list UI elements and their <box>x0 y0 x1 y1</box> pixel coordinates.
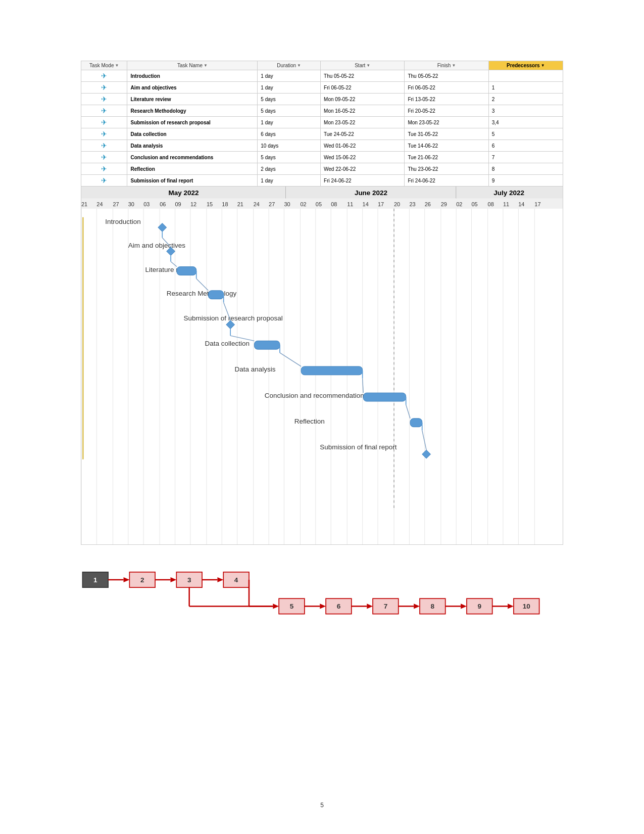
th-task-mode: Task Mode ▼ <box>81 61 127 70</box>
svg-marker-122 <box>217 577 223 582</box>
svg-text:30: 30 <box>284 201 290 207</box>
finish-cell: Thu 23-06-22 <box>405 163 488 175</box>
svg-text:3: 3 <box>187 577 191 584</box>
svg-rect-91 <box>301 366 362 375</box>
svg-text:Conclusion and recommendations: Conclusion and recommendations <box>265 392 368 399</box>
svg-text:11: 11 <box>347 201 353 207</box>
svg-text:23: 23 <box>409 201 415 207</box>
svg-text:July 2022: July 2022 <box>493 189 524 197</box>
th-start: Start ▼ <box>321 61 405 70</box>
svg-text:26: 26 <box>425 201 431 207</box>
finish-cell: Mon 23-05-22 <box>405 117 488 128</box>
svg-marker-114 <box>124 577 130 582</box>
svg-text:08: 08 <box>331 201 337 207</box>
svg-text:29: 29 <box>441 201 447 207</box>
task-mode-cell: ✈ <box>81 70 127 82</box>
svg-text:1: 1 <box>93 577 97 584</box>
task-mode-cell: ✈ <box>81 163 127 175</box>
start-cell: Fri 24-06-22 <box>321 175 405 187</box>
duration-cell: 5 days <box>258 105 321 117</box>
predecessors-filter-arrow[interactable]: ▼ <box>541 63 545 68</box>
svg-marker-149 <box>508 604 514 609</box>
start-cell: Wed 22-06-22 <box>321 163 405 175</box>
task-mode-filter-arrow[interactable]: ▼ <box>115 63 119 68</box>
svg-text:14: 14 <box>518 201 524 207</box>
duration-cell: 5 days <box>258 94 321 105</box>
svg-text:17: 17 <box>378 201 384 207</box>
task-mode-icon: ✈ <box>101 83 107 91</box>
svg-text:Submission of final report: Submission of final report <box>320 443 397 451</box>
task-name-cell: Submission of final report <box>127 175 258 187</box>
svg-text:21: 21 <box>237 201 243 207</box>
svg-text:05: 05 <box>316 201 322 207</box>
table-row: ✈Submission of final report1 dayFri 24-0… <box>81 175 563 187</box>
svg-text:Aim and objectives: Aim and objectives <box>128 242 185 249</box>
svg-rect-94 <box>363 393 406 401</box>
predecessors-cell: 3 <box>488 105 563 117</box>
svg-text:May 2022: May 2022 <box>168 189 199 197</box>
svg-text:14: 14 <box>363 201 369 207</box>
table-row: ✈Reflection2 daysWed 22-06-22Thu 23-06-2… <box>81 163 563 175</box>
task-name-cell: Reflection <box>127 163 258 175</box>
svg-text:15: 15 <box>207 201 213 207</box>
th-predecessors: Predecessors ▼ <box>488 61 563 70</box>
svg-text:2: 2 <box>140 577 144 584</box>
task-name-cell: Submission of research proposal <box>127 117 258 128</box>
duration-cell: 1 day <box>258 175 321 187</box>
table-row: ✈Submission of research proposal1 dayMon… <box>81 117 563 128</box>
table-row: ✈Data analysis10 daysWed 01-06-22Tue 14-… <box>81 140 563 152</box>
table-row: ✈Research Methodology5 daysMon 16-05-22F… <box>81 105 563 117</box>
task-name-cell: Data analysis <box>127 140 258 152</box>
svg-text:27: 27 <box>113 201 119 207</box>
svg-text:Submission of research proposa: Submission of research proposal <box>183 314 282 322</box>
svg-text:17: 17 <box>534 201 540 207</box>
table-row: ✈Aim and objectives1 dayFri 06-05-22Fri … <box>81 82 563 94</box>
finish-filter-arrow[interactable]: ▼ <box>452 63 456 68</box>
svg-rect-88 <box>254 341 280 349</box>
task-mode-cell: ✈ <box>81 82 127 94</box>
predecessors-cell: 7 <box>488 152 563 163</box>
start-cell: Mon 23-05-22 <box>321 117 405 128</box>
svg-marker-118 <box>171 577 177 582</box>
duration-cell: 5 days <box>258 152 321 163</box>
finish-cell: Fri 24-06-22 <box>405 175 488 187</box>
th-start-label: Start <box>355 63 365 68</box>
task-mode-icon: ✈ <box>101 176 107 184</box>
th-duration-label: Duration <box>277 63 296 68</box>
gantt-table: Task Mode ▼ Task Name ▼ Duration ▼ <box>81 61 563 187</box>
th-finish-label: Finish <box>437 63 451 68</box>
finish-cell: Tue 14-06-22 <box>405 140 488 152</box>
task-name-filter-arrow[interactable]: ▼ <box>204 63 208 68</box>
svg-marker-133 <box>320 604 326 609</box>
gantt-svg: May 2022 June 2022 July 2022 21 24 27 30… <box>81 187 563 544</box>
predecessors-cell: 1 <box>488 82 563 94</box>
task-name-cell: Research Methodology <box>127 105 258 117</box>
svg-text:21: 21 <box>81 201 87 207</box>
table-row: ✈Data collection6 daysTue 24-05-22Tue 31… <box>81 128 563 140</box>
duration-filter-arrow[interactable]: ▼ <box>297 63 301 68</box>
task-mode-cell: ✈ <box>81 117 127 128</box>
svg-rect-97 <box>410 419 422 427</box>
task-mode-cell: ✈ <box>81 105 127 117</box>
duration-cell: 2 days <box>258 163 321 175</box>
svg-text:11: 11 <box>503 201 509 207</box>
task-mode-icon: ✈ <box>101 95 107 103</box>
svg-text:6: 6 <box>337 603 341 611</box>
svg-text:02: 02 <box>300 201 306 207</box>
svg-text:7: 7 <box>384 603 388 611</box>
th-finish: Finish ▼ <box>405 61 488 70</box>
svg-rect-79 <box>177 267 196 275</box>
svg-text:Research Methodology: Research Methodology <box>167 290 237 297</box>
svg-text:Data analysis: Data analysis <box>235 365 276 373</box>
finish-cell: Fri 13-05-22 <box>405 94 488 105</box>
page-container: Task Mode ▼ Task Name ▼ Duration ▼ <box>0 0 644 834</box>
start-cell: Wed 01-06-22 <box>321 140 405 152</box>
task-mode-icon: ✈ <box>101 130 107 138</box>
svg-marker-141 <box>414 604 420 609</box>
predecessors-cell: 6 <box>488 140 563 152</box>
svg-text:Data collection: Data collection <box>205 340 250 347</box>
duration-cell: 10 days <box>258 140 321 152</box>
start-filter-arrow[interactable]: ▼ <box>366 63 370 68</box>
svg-text:08: 08 <box>488 201 494 207</box>
table-row: ✈Introduction1 dayThu 05-05-22Thu 05-05-… <box>81 70 563 82</box>
